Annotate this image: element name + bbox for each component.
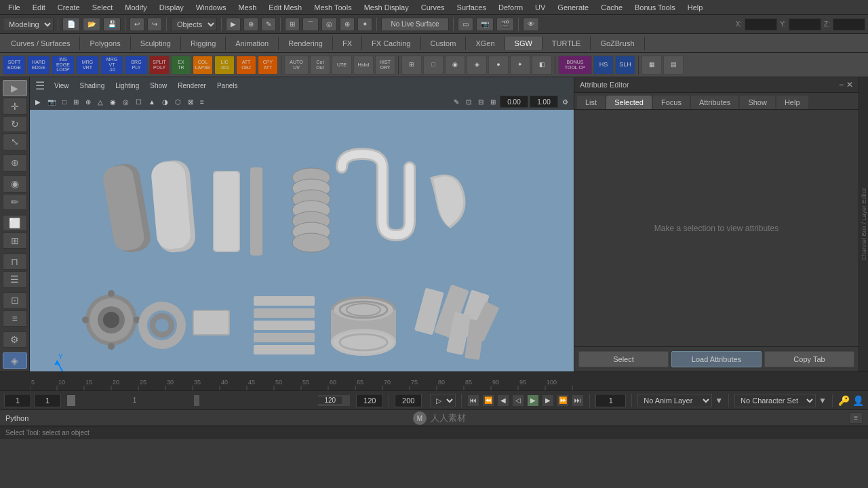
tool10[interactable]: ≡: [3, 310, 27, 327]
tab-gozbrush[interactable]: GoZBrush: [591, 37, 644, 50]
rotate-tool[interactable]: ↻: [3, 116, 27, 132]
go-end-btn[interactable]: ⏭: [572, 394, 584, 407]
attr-tab-show[interactable]: Show: [740, 96, 775, 109]
menu-uv[interactable]: UV: [530, 2, 551, 13]
menu-modify[interactable]: Modify: [119, 2, 152, 13]
x-input[interactable]: [745, 18, 777, 30]
vpt-shaded[interactable]: ⬡: [172, 97, 184, 107]
vpt-persp[interactable]: □: [60, 97, 69, 107]
tab-polygons[interactable]: Polygons: [80, 37, 130, 50]
layer-tool[interactable]: ☰: [3, 271, 27, 287]
viewport[interactable]: ☰ View Shading Lighting Show Renderer Pa…: [30, 77, 574, 371]
next-frame-btn[interactable]: ▶: [542, 394, 554, 407]
menu-mesh-tools[interactable]: Mesh Tools: [309, 2, 357, 13]
slh-btn[interactable]: SLH: [615, 56, 635, 75]
menu-mesh[interactable]: Mesh: [233, 2, 262, 13]
range-end-input[interactable]: [318, 396, 342, 404]
settings-tool[interactable]: ⚙: [3, 331, 27, 348]
vpt-crease[interactable]: ≡: [197, 97, 207, 107]
render-region-btn[interactable]: ▭: [458, 18, 473, 31]
dot-btn[interactable]: ●: [488, 56, 509, 75]
circle-btn[interactable]: ◉: [445, 56, 465, 75]
tab-rigging[interactable]: Rigging: [181, 37, 226, 50]
vpt-xray[interactable]: ☐: [133, 97, 144, 107]
cut-out-btn[interactable]: CutOut: [310, 56, 330, 75]
prev-key-btn[interactable]: ⏪: [482, 394, 494, 407]
move-tool[interactable]: ✛: [3, 98, 27, 114]
vpt-paint[interactable]: ✎: [451, 97, 462, 107]
menu-deform[interactable]: Deform: [493, 2, 528, 13]
select-btn[interactable]: Select: [578, 351, 669, 367]
bonus-tool-cp-btn[interactable]: BONUSTOOL CP: [558, 56, 592, 75]
snap-grid-btn[interactable]: ⊞: [285, 18, 300, 31]
char-ctrl-btn[interactable]: 👤: [852, 395, 864, 406]
vpt-frame-sel[interactable]: ⊟: [475, 97, 486, 107]
tab-rendering[interactable]: Rendering: [279, 37, 333, 50]
vpt-settings[interactable]: ⚙: [559, 97, 571, 107]
playback-end-input[interactable]: [395, 394, 422, 407]
vpt-camera[interactable]: 📷: [45, 97, 58, 107]
hard-edge-btn[interactable]: HARDEDGE: [27, 56, 50, 75]
tab-custom[interactable]: Custom: [421, 37, 467, 50]
anim-layer-dropdown[interactable]: No Anim Layer: [637, 394, 712, 407]
current-frame-input[interactable]: [34, 394, 61, 407]
vp-view-menu[interactable]: View: [50, 81, 73, 91]
snapshot-btn[interactable]: 📷: [476, 18, 494, 31]
lic-btn[interactable]: LIC.001: [214, 56, 235, 75]
timeline-range[interactable]: 1: [66, 394, 351, 407]
timeline-playhead[interactable]: [194, 395, 199, 406]
soft-edge-btn[interactable]: SOFTEDGE: [3, 56, 26, 75]
snap-curve-btn[interactable]: ⌒: [302, 18, 319, 31]
vpt-poly[interactable]: △: [95, 97, 106, 107]
go-start-btn[interactable]: ⏮: [467, 394, 479, 407]
load-attributes-btn[interactable]: Load Attributes: [671, 351, 762, 367]
vpt-frame-all[interactable]: ⊡: [463, 97, 474, 107]
open-scene-btn[interactable]: 📂: [83, 18, 100, 31]
copy-tab-btn[interactable]: Copy Tab: [764, 351, 854, 367]
timeline-handle-right[interactable]: [342, 395, 350, 406]
tab-fx[interactable]: FX: [333, 37, 362, 50]
menu-edit[interactable]: Edit: [27, 2, 51, 13]
script-editor-btn[interactable]: ≡: [849, 412, 863, 424]
menu-help[interactable]: Help: [682, 2, 709, 13]
attr-tab-selected[interactable]: Selected: [606, 96, 652, 109]
lines-btn[interactable]: ▤: [663, 56, 684, 75]
attr-tab-list[interactable]: List: [577, 96, 605, 109]
insert-edge-loop-btn[interactable]: INSEDGELOOP: [52, 56, 75, 75]
vpt-snap[interactable]: ⊕: [83, 97, 94, 107]
z-input[interactable]: [833, 18, 865, 30]
tab-sgw[interactable]: SGW: [505, 37, 542, 50]
menu-mesh-display[interactable]: Mesh Display: [359, 2, 414, 13]
scene-viewport[interactable]: X Y: [30, 110, 574, 371]
menu-windows[interactable]: Windows: [191, 2, 232, 13]
tool9[interactable]: ⊡: [3, 292, 27, 308]
redo-btn[interactable]: ↪: [147, 18, 162, 31]
channel-box-label[interactable]: Channel Box / Layer Editor: [860, 185, 868, 264]
viewport-menu-icon[interactable]: ☰: [33, 79, 47, 92]
split-poly-btn[interactable]: SPLITPOLY: [149, 56, 170, 75]
copy-attach-btn[interactable]: CPYATT: [258, 56, 278, 75]
tab-sculpting[interactable]: Sculpting: [131, 37, 181, 50]
tab-curves-surfaces[interactable]: Curves / Surfaces: [1, 37, 80, 50]
star-btn[interactable]: ✦: [510, 56, 530, 75]
merge-verts-btn[interactable]: MRGVRT: [76, 56, 99, 75]
bridge-poly-btn[interactable]: BRGPLY: [125, 56, 148, 75]
isolate-btn[interactable]: 👁: [523, 18, 539, 31]
menu-create[interactable]: Create: [52, 2, 85, 13]
menu-generate[interactable]: Generate: [552, 2, 594, 13]
select-tool[interactable]: ▶: [3, 80, 27, 96]
display-tool[interactable]: ◈: [3, 352, 27, 369]
timeline-ruler[interactable]: 5 10 15 20 25 30 35 40 45 50 5: [30, 372, 574, 390]
merge-verts-10-btn[interactable]: MRGVT.10: [100, 56, 123, 75]
vp-lighting-menu[interactable]: Lighting: [111, 81, 143, 91]
snap-point-btn[interactable]: ◎: [321, 18, 337, 31]
anim-key-btn[interactable]: 🔑: [838, 395, 850, 406]
menu-display[interactable]: Display: [154, 2, 189, 13]
vpt-smooth[interactable]: ◉: [107, 97, 119, 107]
vpt-uv[interactable]: ⊠: [185, 97, 196, 107]
auto-unwrap-btn[interactable]: AUTOUV: [284, 56, 309, 75]
vp-renderer-menu[interactable]: Renderer: [174, 81, 210, 91]
crease-tool[interactable]: ⊓: [3, 253, 27, 270]
paint-sel-btn[interactable]: ✎: [261, 18, 276, 31]
attr-tab-help[interactable]: Help: [776, 96, 808, 109]
